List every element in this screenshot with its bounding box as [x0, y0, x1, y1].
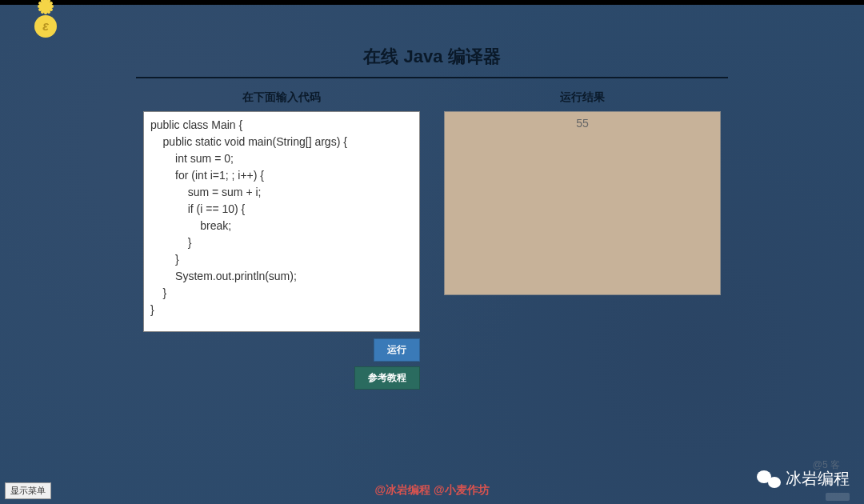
- menu-button[interactable]: 显示菜单: [5, 482, 51, 499]
- title-divider: [136, 77, 728, 78]
- output-panel-wrapper: 运行结果 55: [444, 90, 721, 390]
- wechat-badge[interactable]: 冰岩编程: [757, 468, 850, 490]
- wechat-icon: [757, 469, 781, 490]
- code-editor[interactable]: [143, 111, 420, 332]
- output-text: 55: [576, 117, 589, 130]
- logo-letter: ε: [34, 15, 57, 38]
- input-panel: 在下面输入代码 运行 参考教程: [143, 90, 420, 390]
- output-panel: 55: [444, 111, 721, 295]
- main-container: 在线 Java 编译器 在下面输入代码 运行 参考教程 运行结果 55: [0, 5, 864, 390]
- wechat-name: 冰岩编程: [786, 468, 850, 490]
- qr-hint: [826, 493, 850, 501]
- output-panel-label: 运行结果: [444, 90, 721, 105]
- input-panel-label: 在下面输入代码: [143, 90, 420, 105]
- footer-credits: @冰岩编程 @小麦作坊: [0, 483, 864, 498]
- tutorial-button[interactable]: 参考教程: [354, 366, 420, 390]
- button-container: 运行 参考教程: [143, 338, 420, 390]
- run-button[interactable]: 运行: [374, 338, 420, 362]
- page-title: 在线 Java 编译器: [0, 45, 864, 69]
- panels-container: 在下面输入代码 运行 参考教程 运行结果 55: [0, 90, 864, 390]
- sun-logo-icon[interactable]: ε: [26, 6, 66, 46]
